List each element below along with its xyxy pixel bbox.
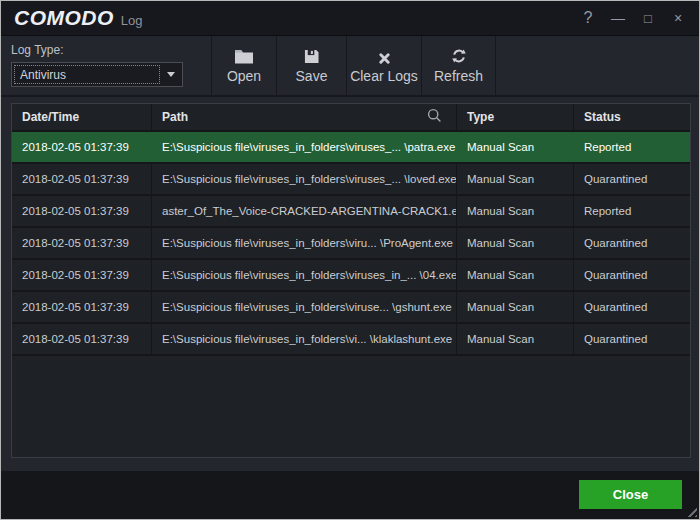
cell-datetime: 2018-02-05 01:37:39	[12, 132, 152, 162]
close-window-button[interactable]: ×	[671, 11, 685, 25]
cell-path: E:\Suspicious file\viruses_in_folders\vi…	[152, 228, 457, 258]
cell-path: E:\Suspicious file\viruses_in_folders\vi…	[152, 132, 457, 162]
refresh-button[interactable]: Refresh	[421, 36, 496, 95]
save-floppy-icon	[304, 47, 319, 64]
cell-path: E:\Suspicious file\viruses_in_folders\vi…	[152, 260, 457, 290]
cell-path: E:\Suspicious file\viruses_in_folders\vi…	[152, 164, 457, 194]
comodo-log-window: COMODO Log ? — □ × Log Type: Antivirus O…	[0, 0, 700, 520]
clear-logs-x-icon	[379, 47, 390, 64]
save-button-label: Save	[296, 68, 328, 84]
column-header-status[interactable]: Status	[574, 104, 690, 130]
footer-bar: Close	[1, 471, 699, 519]
column-header-path[interactable]: Path	[152, 104, 457, 130]
cell-type: Manual Scan	[457, 196, 574, 226]
titlebar: COMODO Log ? — □ ×	[1, 1, 699, 36]
refresh-icon	[451, 47, 467, 64]
cell-path: aster_Of_The_Voice-CRACKED-ARGENTINA-CRA…	[152, 196, 457, 226]
cell-type: Manual Scan	[457, 260, 574, 290]
cell-path: E:\Suspicious file\viruses_in_folders\vi…	[152, 292, 457, 322]
cell-status: Quarantined	[574, 324, 690, 354]
dropdown-arrow-button[interactable]	[160, 63, 182, 86]
cell-type: Manual Scan	[457, 324, 574, 354]
log-table-row[interactable]: 2018-02-05 01:37:39 E:\Suspicious file\v…	[12, 228, 690, 260]
cell-path: E:\Suspicious file\viruses_in_folders\vi…	[152, 324, 457, 354]
window-controls: ? — □ ×	[581, 10, 685, 26]
cell-status: Reported	[574, 132, 690, 162]
cell-datetime: 2018-02-05 01:37:39	[12, 196, 152, 226]
maximize-button[interactable]: □	[641, 12, 655, 25]
cell-datetime: 2018-02-05 01:37:39	[12, 164, 152, 194]
column-header-type[interactable]: Type	[457, 104, 574, 130]
toolbar: Log Type: Antivirus Open Save Clear Logs	[1, 36, 699, 97]
cell-status: Quarantined	[574, 292, 690, 322]
log-type-selected-value: Antivirus	[14, 65, 160, 84]
save-button[interactable]: Save	[276, 36, 346, 95]
log-table-row[interactable]: 2018-02-05 01:37:39 E:\Suspicious file\v…	[12, 292, 690, 324]
clear-logs-button-label: Clear Logs	[350, 68, 418, 84]
help-button[interactable]: ?	[581, 10, 595, 26]
table-header-row: Date/Time Path Type Status	[12, 104, 690, 132]
cell-datetime: 2018-02-05 01:37:39	[12, 228, 152, 258]
cell-datetime: 2018-02-05 01:37:39	[12, 292, 152, 322]
close-button[interactable]: Close	[579, 480, 682, 509]
cell-type: Manual Scan	[457, 164, 574, 194]
cell-type: Manual Scan	[457, 292, 574, 322]
log-type-dropdown[interactable]: Antivirus	[11, 62, 183, 87]
clear-logs-button[interactable]: Clear Logs	[346, 36, 421, 95]
column-header-path-label: Path	[162, 110, 188, 124]
cell-type: Manual Scan	[457, 132, 574, 162]
magnifier-icon[interactable]	[427, 108, 442, 126]
cell-status: Quarantined	[574, 164, 690, 194]
minimize-button[interactable]: —	[611, 11, 625, 25]
cell-status: Quarantined	[574, 228, 690, 258]
refresh-button-label: Refresh	[434, 68, 483, 84]
cell-type: Manual Scan	[457, 228, 574, 258]
log-table-row[interactable]: 2018-02-05 01:37:39 E:\Suspicious file\v…	[12, 324, 690, 356]
cell-status: Quarantined	[574, 260, 690, 290]
log-type-panel: Log Type: Antivirus	[1, 36, 211, 95]
log-type-label: Log Type:	[11, 43, 211, 57]
open-button-label: Open	[227, 68, 261, 84]
comodo-brand-logo: COMODO	[14, 6, 114, 30]
chevron-down-icon	[167, 72, 175, 77]
column-header-datetime[interactable]: Date/Time	[12, 104, 152, 130]
cell-datetime: 2018-02-05 01:37:39	[12, 324, 152, 354]
log-table-row[interactable]: 2018-02-05 01:37:39 aster_Of_The_Voice-C…	[12, 196, 690, 228]
log-table-row[interactable]: 2018-02-05 01:37:39 E:\Suspicious file\v…	[12, 164, 690, 196]
log-table-row[interactable]: 2018-02-05 01:37:39 E:\Suspicious file\v…	[12, 260, 690, 292]
log-table: Date/Time Path Type Status 2018-02-05 01…	[11, 103, 691, 458]
window-title: Log	[121, 13, 143, 28]
cell-status: Reported	[574, 196, 690, 226]
open-button[interactable]: Open	[211, 36, 276, 95]
cell-datetime: 2018-02-05 01:37:39	[12, 260, 152, 290]
open-folder-icon	[234, 47, 254, 64]
log-table-row[interactable]: 2018-02-05 01:37:39 E:\Suspicious file\v…	[12, 132, 690, 164]
